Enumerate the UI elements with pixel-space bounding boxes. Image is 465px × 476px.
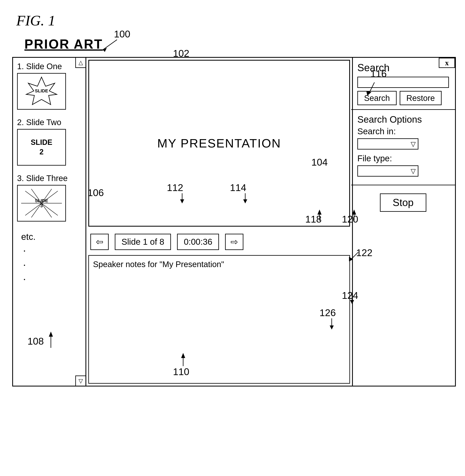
controls-bar: ⇦ Slide 1 of 8 0:00:36 ⇨ (86, 232, 352, 252)
svg-marker-37 (330, 325, 334, 330)
svg-marker-19 (49, 331, 53, 337)
scroll-down-button[interactable]: ▽ (75, 375, 85, 386)
ref-100-arrow (97, 38, 125, 54)
slide-3-label: 3. Slide Three (17, 174, 73, 183)
svg-marker-25 (243, 199, 247, 203)
search-options-title: Search Options (357, 114, 449, 125)
search-in-dropdown[interactable]: ▽ (357, 138, 418, 149)
svg-marker-29 (317, 209, 322, 215)
ref-116-arrow (364, 80, 380, 97)
ref-106: 106 (87, 187, 104, 198)
svg-marker-21 (181, 353, 185, 358)
svg-line-15 (42, 203, 52, 217)
ref-120-arrow (350, 207, 370, 222)
svg-line-0 (103, 40, 117, 50)
svg-marker-27 (366, 91, 371, 96)
etc-label: etc. (17, 230, 73, 244)
slide-3-rays-svg: SLIDE 3 (19, 187, 64, 219)
stop-button[interactable]: Stop (380, 193, 427, 212)
ref-112-arrow (176, 191, 192, 203)
slide-info: Slide 1 of 8 (115, 234, 171, 250)
prev-slide-button[interactable]: ⇦ (90, 234, 109, 250)
ref-110-arrow (177, 352, 193, 368)
slide-item-1[interactable]: 1. Slide One SLIDE (13, 58, 85, 114)
ref-122-arrow (346, 248, 366, 264)
presentation-title: MY PRESENTATION (157, 136, 281, 150)
svg-marker-23 (180, 199, 184, 203)
svg-line-11 (42, 203, 58, 215)
file-type-label: File type: (357, 154, 449, 163)
svg-text:SLIDE: SLIDE (35, 198, 48, 203)
slide-2-label: 2. Slide Two (17, 118, 73, 127)
presentation-view: MY PRESENTATION (88, 60, 350, 227)
app-window: x △ 1. Slide One SLIDE 2. Slide Two SLID… (12, 57, 456, 386)
etc-item: etc. ··· (13, 226, 85, 291)
svg-marker-35 (350, 300, 354, 304)
dropdown-arrow-2: ▽ (411, 167, 416, 175)
file-type-dropdown[interactable]: ▽ (357, 166, 418, 176)
figure-label: FIG. 1 (16, 12, 55, 29)
slide-1-label: 1. Slide One (17, 62, 73, 71)
right-panel: Search Search Restore Search Options Sea… (351, 58, 455, 386)
svg-line-8 (25, 203, 42, 215)
restore-button[interactable]: Restore (400, 91, 442, 105)
scroll-up-button[interactable]: △ (75, 58, 85, 68)
svg-marker-33 (349, 257, 353, 261)
svg-line-14 (31, 203, 42, 217)
svg-marker-31 (352, 209, 356, 215)
ref-116: 116 (370, 68, 387, 79)
slide-item-3[interactable]: 3. Slide Three SLIDE 3 (13, 170, 85, 226)
slide-item-2[interactable]: 2. Slide Two SLIDE2 (13, 114, 85, 170)
slide-3-thumbnail: SLIDE 3 (17, 185, 66, 222)
next-slide-button[interactable]: ⇨ (225, 234, 243, 250)
ref-126-arrow (326, 316, 342, 332)
file-type-dropdown-row: ▽ (357, 166, 449, 176)
dropdown-arrow-1: ▽ (411, 140, 416, 148)
ref-104: 104 (311, 157, 328, 168)
slide-2-thumbnail: SLIDE2 (17, 129, 66, 166)
svg-text:3: 3 (40, 203, 43, 208)
ref-124-arrow (346, 291, 362, 307)
slide-1-starburst-svg: SLIDE (19, 75, 64, 108)
svg-text:SLIDE: SLIDE (35, 88, 48, 93)
search-options-section: Search Options Search in: ▽ File type: ▽ (351, 110, 455, 185)
dots-label: ··· (17, 244, 73, 287)
prior-art-label: PRIOR ART (24, 37, 103, 52)
search-in-dropdown-row: ▽ (357, 138, 449, 149)
ref-114-arrow (239, 191, 255, 203)
ref-108-arrow (39, 330, 63, 350)
time-display: 0:00:36 (177, 234, 219, 250)
search-in-label: Search in: (357, 126, 449, 136)
ref-118-arrow (316, 207, 336, 222)
speaker-notes: Speaker notes for "My Presentation" (88, 255, 350, 384)
slide-1-thumbnail: SLIDE (17, 73, 66, 110)
